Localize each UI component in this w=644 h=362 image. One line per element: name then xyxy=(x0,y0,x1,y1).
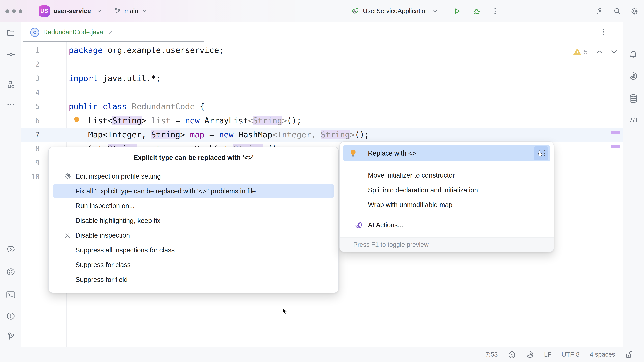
code-line: 2 xyxy=(22,57,622,71)
main-toolbar: US user-service main xyxy=(0,0,644,22)
menu-item-fix-all-selected[interactable]: Fix all 'Explicit type can be replaced w… xyxy=(49,184,338,198)
intention-item-move-initializer[interactable]: Move initializer to constructor xyxy=(368,169,455,182)
ai-assistant-status-icon[interactable] xyxy=(526,351,534,359)
code-text: package org.example.userservice; xyxy=(69,45,224,55)
line-number: 6 xyxy=(22,117,40,125)
intention-submenu-button[interactable] xyxy=(534,146,548,160)
code-line: 1 package org.example.userservice; xyxy=(22,43,622,57)
gear-icon xyxy=(64,173,72,180)
more-actions-kebab-icon[interactable] xyxy=(492,7,498,15)
indent-style[interactable]: 4 spaces xyxy=(590,351,615,358)
inspections-widget[interactable]: 5 xyxy=(573,46,617,58)
menu-item-disable-highlighting[interactable]: Disable highlighting, keep fix xyxy=(49,213,338,228)
run-config-name[interactable]: UserServiceApplication xyxy=(363,7,429,15)
previous-problem-chevron-up-icon[interactable] xyxy=(596,50,602,54)
menu-item-disable-inspection[interactable]: Disable inspection xyxy=(49,228,338,243)
chevron-down-icon xyxy=(142,9,147,13)
line-separator[interactable]: LF xyxy=(544,351,552,358)
code-line: 4 xyxy=(22,85,622,99)
popup-divider xyxy=(346,168,547,168)
branch-icon xyxy=(114,7,121,15)
project-folder-icon[interactable] xyxy=(6,28,15,37)
settings-gear-icon[interactable] xyxy=(630,7,639,15)
branch-name: main xyxy=(124,7,138,15)
caret-position[interactable]: 7:53 xyxy=(485,351,498,358)
code-text: public class RedundantCode { xyxy=(69,102,204,111)
services-icon[interactable] xyxy=(6,245,16,254)
notifications-bell-icon[interactable] xyxy=(629,50,638,59)
menu-item-suppress-field[interactable]: Suppress for field xyxy=(49,272,338,287)
spring-boot-icon xyxy=(351,7,360,15)
file-encoding[interactable]: UTF-8 xyxy=(562,351,580,358)
close-icon xyxy=(64,232,71,239)
java-class-icon: C xyxy=(30,28,39,37)
code-line: 6 List<String> list = new ArrayList<Stri… xyxy=(22,114,622,128)
menu-item-edit-profile[interactable]: Edit inspection profile setting xyxy=(49,169,338,184)
run-button[interactable] xyxy=(453,7,461,15)
code-with-me-icon[interactable] xyxy=(596,7,604,15)
git-toolwindow-icon[interactable] xyxy=(7,332,15,341)
error-stripe-mark[interactable] xyxy=(611,145,620,148)
footer-hint: Press F1 to toggle preview xyxy=(353,241,429,248)
code-line-current: 7 Map<Integer, String> map = new HashMap… xyxy=(22,128,622,142)
intention-selected-row[interactable]: Replace with <> xyxy=(343,145,550,161)
intention-item-wrap-unmodifiable[interactable]: Wrap with unmodifiable map xyxy=(368,198,452,212)
ai-assistant-icon[interactable] xyxy=(629,71,638,81)
line-number: 8 xyxy=(22,145,40,153)
tab-options-kebab-icon[interactable] xyxy=(600,28,606,35)
highlighting-level-icon[interactable] xyxy=(508,350,516,359)
vcs-widget[interactable]: main xyxy=(114,7,147,15)
structure-icon[interactable] xyxy=(6,80,15,89)
sidebar-divider xyxy=(4,70,18,70)
chevron-down-icon[interactable] xyxy=(433,9,438,13)
code-line: 3 import java.util.*; xyxy=(22,71,622,85)
warning-count: 5 xyxy=(584,48,588,56)
debug-button[interactable] xyxy=(472,7,481,15)
menu-item-suppress-class[interactable]: Suppress for class xyxy=(49,257,338,272)
terminal-icon[interactable] xyxy=(6,291,15,299)
ide-window: US user-service main xyxy=(0,0,644,362)
right-toolwindow-bar: m xyxy=(622,22,644,347)
code-text: List<String> list = new ArrayList<String… xyxy=(69,116,301,125)
line-number: 9 xyxy=(22,159,40,167)
next-problem-chevron-down-icon[interactable] xyxy=(611,50,617,54)
tab-close-icon[interactable] xyxy=(108,29,113,35)
intention-item-ai-actions[interactable]: AI Actions... xyxy=(368,218,403,232)
project-badge: US xyxy=(38,5,50,17)
tab-file-name: RedundantCode.java xyxy=(43,28,103,36)
problems-icon[interactable] xyxy=(6,312,15,320)
ai-actions-icon xyxy=(354,221,362,229)
hand-cursor-icon xyxy=(537,150,542,156)
code-text: import java.util.*; xyxy=(69,74,161,83)
inspection-menu: Edit inspection profile setting Fix all … xyxy=(49,169,338,287)
menu-item-suppress-all-class[interactable]: Suppress all inspections for class xyxy=(49,243,338,257)
database-icon[interactable] xyxy=(629,94,638,103)
lightbulb-icon xyxy=(349,149,357,158)
line-number: 3 xyxy=(22,74,40,82)
window-controls[interactable] xyxy=(5,9,22,13)
line-number: 10 xyxy=(22,173,40,181)
unlock-icon[interactable] xyxy=(625,351,632,359)
popup-divider xyxy=(346,214,547,214)
error-stripe-mark[interactable] xyxy=(611,131,620,134)
more-toolwindows-icon[interactable] xyxy=(7,103,15,106)
maven-icon[interactable]: m xyxy=(629,114,637,124)
intention-item-split-declaration[interactable]: Split into declaration and initializatio… xyxy=(368,183,478,197)
popup-title: Explicit type can be replaced with '<>' xyxy=(49,154,338,162)
line-number: 7 xyxy=(22,131,40,139)
menu-item-run-inspection[interactable]: Run inspection on... xyxy=(49,198,338,213)
plugins-icon[interactable] xyxy=(6,268,15,276)
search-everywhere-icon[interactable] xyxy=(613,7,621,15)
inspection-options-popup: Explicit type can be replaced with '<>' … xyxy=(48,147,339,293)
line-number: 5 xyxy=(22,103,40,111)
intention-actions-popup: Replace with <> Move initializer to cons… xyxy=(340,141,554,252)
intention-bulb-icon[interactable] xyxy=(72,116,81,125)
line-number: 1 xyxy=(22,46,40,54)
project-name: user-service xyxy=(53,7,91,15)
project-widget[interactable]: US user-service xyxy=(22,5,102,17)
left-toolwindow-bar xyxy=(0,22,22,347)
commit-icon[interactable] xyxy=(6,50,15,59)
tab-redundantcode[interactable]: C RedundantCode.java xyxy=(24,22,204,42)
code-line: 5 public class RedundantCode { xyxy=(22,99,622,114)
status-bar: 7:53 LF UTF-8 4 spaces xyxy=(0,347,644,362)
